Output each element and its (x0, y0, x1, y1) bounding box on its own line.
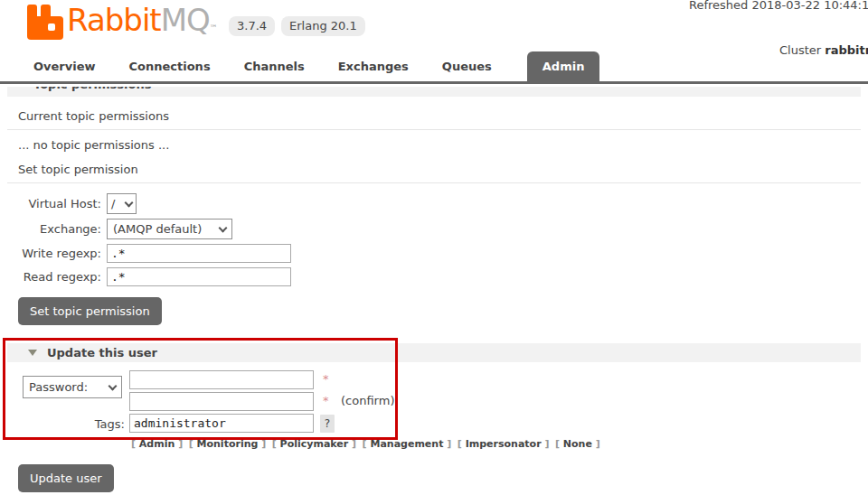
brand-secondary: MQ (161, 2, 210, 38)
required-asterisk: * (323, 394, 329, 407)
rabbitmq-logo-icon (27, 5, 63, 40)
chevron-down-icon (108, 381, 118, 390)
tab-admin[interactable]: Admin (527, 51, 600, 81)
required-asterisk: * (323, 372, 329, 386)
no-topic-permissions-text: ... no topic permissions ... (18, 138, 169, 152)
tab-exchanges[interactable]: Exchanges (338, 60, 409, 81)
password-type-value: Password: (29, 380, 100, 394)
tab-overview[interactable]: Overview (33, 60, 96, 81)
section-bar-topic-permissions: Topic permissions (7, 87, 861, 97)
set-topic-permission-heading: Set topic permission (7, 163, 861, 183)
exchange-label: Exchange: (0, 222, 107, 236)
current-topic-permissions-heading: Current topic permissions (7, 109, 861, 130)
write-regexp-label: Write regexp: (0, 247, 107, 260)
help-button[interactable]: ? (320, 415, 335, 433)
confirm-note: (confirm) (341, 394, 394, 407)
chevron-down-icon (219, 223, 228, 232)
tab-queues[interactable]: Queues (442, 60, 492, 81)
tab-connections[interactable]: Connections (129, 60, 211, 81)
tag-link-policymaker[interactable]: [ Policymaker ] (272, 438, 356, 450)
virtual-host-value: / (111, 197, 118, 210)
trademark-mark: ™ (210, 23, 218, 33)
set-topic-permission-button[interactable]: Set topic permission (18, 297, 162, 325)
brand-primary: Rabbit (67, 2, 161, 38)
tag-link-monitoring[interactable]: [ Monitoring ] (189, 438, 267, 450)
tags-input[interactable] (129, 414, 314, 433)
chevron-down-icon (125, 198, 134, 207)
tag-link-impersonator[interactable]: [ Impersonator ] (458, 438, 550, 450)
section-title-clipped: Topic permissions (7, 87, 861, 91)
virtual-host-label: Virtual Host: (0, 197, 107, 210)
tags-label: Tags: (81, 417, 125, 431)
exchange-value: (AMQP default) (113, 222, 214, 236)
main-nav: Overview Connections Channels Exchanges … (0, 54, 868, 84)
update-this-user-section-header[interactable]: Update this user (7, 343, 861, 362)
read-regexp-input[interactable] (107, 267, 291, 286)
tag-link-none[interactable]: [ None ] (555, 438, 600, 450)
tab-channels[interactable]: Channels (244, 60, 305, 81)
collapse-triangle-icon (28, 350, 37, 356)
read-regexp-label: Read regexp: (0, 270, 107, 284)
update-this-user-title: Update this user (47, 346, 157, 360)
tag-link-management[interactable]: [ Management ] (363, 438, 452, 450)
password-confirm-input[interactable] (129, 392, 314, 411)
write-regexp-input[interactable] (107, 244, 291, 263)
refreshed-timestamp: Refreshed 2018-03-22 10:44:1 (689, 0, 868, 12)
tag-link-admin[interactable]: [ Admin ] (131, 438, 183, 450)
virtual-host-select[interactable]: / (107, 193, 137, 214)
password-type-select[interactable]: Password: (23, 376, 122, 398)
exchange-select[interactable]: (AMQP default) (107, 219, 232, 239)
brand-title: RabbitMQ™ (67, 2, 218, 38)
version-badge: 3.7.4 (229, 16, 275, 36)
update-user-button[interactable]: Update user (18, 464, 114, 492)
password-input[interactable] (129, 370, 314, 389)
tag-shortcut-links: [ Admin ] [ Monitoring ] [ Policymaker ]… (131, 438, 603, 450)
erlang-badge: Erlang 20.1 (281, 16, 365, 36)
